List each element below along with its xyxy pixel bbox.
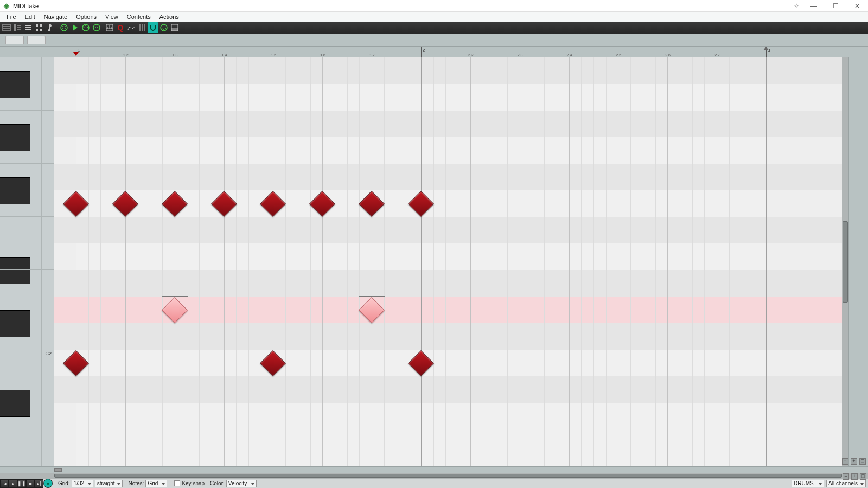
ruler-sub-label: 2.4 (567, 53, 572, 57)
cc-lane-icon[interactable] (104, 22, 115, 33)
svg-point-38 (165, 28, 167, 29)
midi-thru-icon[interactable] (158, 22, 169, 33)
grid-row[interactable] (54, 376, 842, 403)
horizontal-scroll-thumb[interactable] (54, 474, 842, 478)
svg-point-18 (65, 28, 66, 29)
grid-row[interactable] (54, 84, 842, 111)
svg-point-25 (95, 27, 96, 28)
item-end-marker-icon[interactable] (763, 47, 769, 50)
rewind-button[interactable]: |◂ (0, 479, 9, 488)
vzoom-out-icon[interactable]: − (842, 458, 848, 465)
play-button[interactable]: ▸ (9, 479, 17, 488)
channel-select[interactable]: All channels (826, 480, 866, 487)
pin-icon[interactable]: ✧ (790, 0, 803, 12)
grid-row[interactable] (54, 350, 842, 376)
vertical-scrollbar[interactable] (842, 57, 848, 466)
svg-point-22 (84, 27, 85, 28)
hzoom-reset-icon[interactable]: □ (860, 473, 866, 480)
window-title: MIDI take (13, 3, 39, 9)
workarea: C2 − + □ (0, 57, 868, 466)
grid-row[interactable] (54, 137, 842, 164)
note-grid[interactable] (54, 57, 842, 466)
record-button[interactable]: ● (43, 479, 53, 488)
midi-filter-icon[interactable] (59, 22, 69, 33)
menu-options[interactable]: Options (72, 13, 101, 21)
titlebar: ◈ MIDI take ✧ — ☐ ✕ (0, 0, 868, 12)
forward-button[interactable]: ▸| (35, 479, 43, 488)
svg-rect-0 (3, 24, 10, 31)
ruler-sub-label: 2.7 (714, 53, 720, 57)
vertical-scroll-thumb[interactable] (843, 221, 848, 303)
view-named-notes-icon[interactable] (12, 22, 23, 33)
grid-row[interactable] (54, 164, 842, 190)
dock-icon[interactable] (169, 22, 180, 33)
close-button[interactable]: ✕ (846, 0, 868, 12)
piano-keys[interactable]: C2 (0, 57, 54, 466)
timeline-ruler[interactable]: 1231.21.31.41.51.61.72.22.32.42.52.62.7 (0, 47, 868, 57)
cc-lane-handle-icon[interactable] (54, 468, 62, 472)
grid-row[interactable] (54, 57, 842, 84)
right-gutter: − + □ (848, 57, 868, 466)
grid-swing-select[interactable]: straight (95, 480, 123, 487)
app-icon: ◈ (2, 2, 11, 10)
minimize-button[interactable]: — (803, 0, 825, 12)
ruler-sub-label: 1.3 (173, 53, 178, 57)
menu-file[interactable]: File (2, 13, 21, 21)
track-select[interactable]: DRUMS (792, 480, 824, 487)
playhead-marker-icon[interactable] (73, 52, 79, 56)
grid-row[interactable] (54, 403, 842, 429)
ruler-bar-label: 2 (423, 48, 425, 53)
grid-size-select[interactable]: 1/32 (72, 480, 93, 487)
svg-point-15 (62, 26, 63, 27)
playhead-line[interactable] (76, 57, 76, 466)
svg-rect-10 (36, 24, 38, 27)
tab-1[interactable] (5, 36, 24, 44)
horizontal-scrollbar[interactable]: − + □ (0, 473, 868, 478)
svg-rect-40 (171, 28, 178, 31)
menu-contents[interactable]: Contents (123, 13, 155, 21)
vzoom-reset-icon[interactable]: □ (859, 458, 866, 465)
grid-label: Grid: (58, 480, 70, 486)
notes-length-select[interactable]: Grid (145, 480, 167, 487)
keysnap-checkbox[interactable] (174, 480, 180, 486)
grid-row[interactable] (54, 217, 842, 243)
quantize-icon[interactable]: Q (115, 22, 126, 33)
view-piano-roll-icon[interactable] (1, 22, 12, 33)
color-mode-select[interactable]: Velocity (226, 480, 257, 487)
ruler-sub-label: 1.5 (271, 53, 276, 57)
midi-output-icon[interactable] (80, 22, 91, 33)
grid-row[interactable] (54, 270, 842, 297)
midi-in-icon[interactable] (91, 22, 102, 33)
svg-point-37 (162, 28, 163, 29)
menu-view[interactable]: View (101, 13, 123, 21)
pause-button[interactable]: ❚❚ (17, 479, 26, 488)
svg-point-26 (97, 27, 98, 28)
view-drum-icon[interactable] (34, 22, 44, 33)
grid-toggle-icon[interactable] (137, 22, 148, 33)
status-bar: |◂ ▸ ❚❚ ■ ▸| ● Grid: 1/32 straight Notes… (0, 478, 868, 488)
view-event-list-icon[interactable] (23, 22, 34, 33)
notation-icon[interactable] (44, 22, 55, 33)
tab-2[interactable] (27, 36, 46, 44)
hzoom-out-icon[interactable]: − (843, 473, 849, 480)
stop-button[interactable]: ■ (26, 479, 35, 488)
svg-rect-13 (40, 29, 42, 31)
menu-navigate[interactable]: Navigate (40, 13, 72, 21)
grid-row[interactable] (54, 243, 842, 270)
snap-toggle-icon[interactable] (148, 22, 158, 33)
menu-actions[interactable]: Actions (155, 13, 183, 21)
grid-row[interactable] (54, 323, 842, 350)
ruler-sub-label: 1.4 (222, 53, 227, 57)
svg-marker-19 (73, 24, 78, 31)
svg-point-21 (85, 25, 86, 26)
menu-edit[interactable]: Edit (21, 13, 40, 21)
maximize-button[interactable]: ☐ (825, 0, 846, 12)
menubar: File Edit Navigate Options View Contents… (0, 12, 868, 22)
humanize-icon[interactable] (126, 22, 137, 33)
play-icon[interactable] (69, 22, 80, 33)
svg-point-16 (65, 26, 66, 27)
cc-lane-collapsed[interactable] (0, 466, 868, 473)
grid-row[interactable] (54, 111, 842, 137)
hzoom-in-icon[interactable]: + (851, 473, 858, 480)
vzoom-in-icon[interactable]: + (851, 458, 857, 465)
